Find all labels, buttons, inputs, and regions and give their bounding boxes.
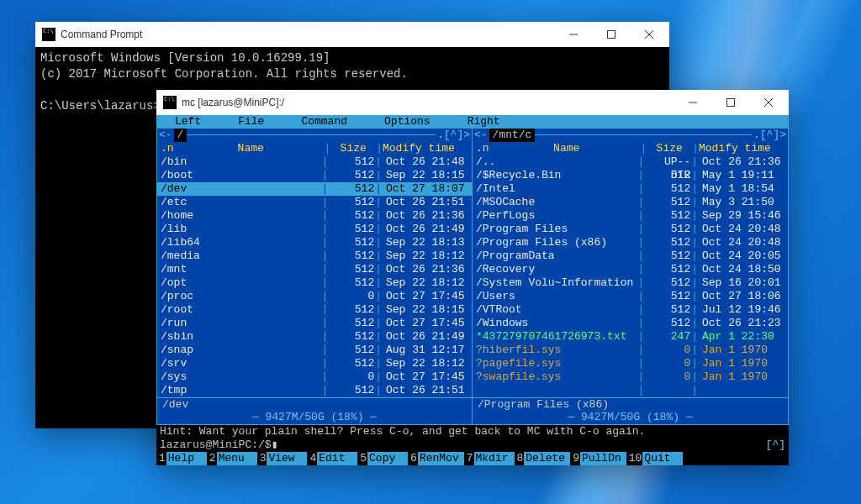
file-row[interactable]: /mnt|512|Oct 26 21:36 — [157, 263, 472, 276]
minimize-button[interactable] — [554, 22, 592, 47]
file-name: /System Volu~Information — [476, 276, 637, 290]
col-mtime[interactable]: Modify time — [383, 142, 468, 155]
file-mtime: Oct 26 21:36 — [699, 155, 784, 169]
mc-shell-prompt-line[interactable]: lazarus@MiniPC:/$ [^] — [156, 438, 789, 452]
mc-titlebar[interactable]: mc [lazarus@MiniPC]:/ — [156, 90, 789, 115]
file-row[interactable]: /etc|512|Oct 26 21:51 — [157, 196, 472, 209]
file-row[interactable]: /snap|512|Aug 31 12:17 — [157, 344, 472, 357]
col-n[interactable]: .n — [476, 142, 493, 155]
fkey-menu[interactable]: 2Menu — [207, 452, 257, 465]
file-row[interactable]: *437279707461726973.txt|247|Apr 1 22:30 — [473, 330, 788, 344]
right-hdr-right[interactable]: .[^]> — [752, 129, 788, 142]
file-name: /home — [161, 209, 320, 223]
file-row[interactable]: /Program Files (x86)|512|Oct 24 20:48 — [473, 236, 788, 249]
minimize-button[interactable] — [673, 90, 711, 115]
file-row[interactable]: /root|512|Sep 22 18:15 — [157, 303, 472, 317]
file-row[interactable]: /Windows|512|Oct 26 21:23 — [473, 317, 788, 330]
file-row[interactable]: /$Recycle.Bin|512|May 1 19:11 — [473, 169, 788, 182]
cmd-titlebar[interactable]: Command Prompt — [35, 22, 669, 47]
file-name: /Windows — [476, 317, 637, 330]
file-row[interactable]: ?swapfile.sys|0|Jan 1 1970 — [473, 370, 788, 384]
fkey-mkdir[interactable]: 7Mkdir — [464, 452, 515, 465]
right-path[interactable]: /mnt/c — [489, 129, 536, 142]
file-row[interactable]: /MSOCache|512|May 3 21:50 — [473, 196, 788, 209]
fkey-pulldn[interactable]: 9PullDn — [570, 452, 626, 465]
fkey-delete[interactable]: 8Delete — [515, 452, 571, 465]
fkey-help[interactable]: 1Help — [156, 452, 207, 465]
col-mtime[interactable]: Modify time — [699, 142, 784, 155]
col-size[interactable]: Size — [330, 142, 376, 155]
file-row[interactable]: /VTRoot|512|Jul 12 19:46 — [473, 303, 788, 317]
file-row[interactable]: /ProgramData|512|Oct 24 20:05 — [473, 249, 788, 263]
file-row[interactable]: /..|UP--DIR|Oct 26 21:36 — [473, 155, 788, 169]
file-row[interactable]: /sbin|512|Oct 26 21:49 — [157, 330, 472, 344]
maximize-button[interactable] — [592, 22, 630, 47]
fkey-num: 2 — [207, 452, 217, 465]
maximize-button[interactable] — [711, 90, 749, 115]
file-mtime: Oct 24 20:48 — [699, 223, 784, 236]
mc-hint: Hint: Want your plain shell? Press C-o, … — [156, 425, 789, 438]
file-size: 512 — [329, 344, 374, 357]
file-row[interactable]: /bin|512|Oct 26 21:48 — [157, 155, 472, 169]
file-name: /tmp — [161, 384, 320, 397]
file-name: /dev — [161, 182, 320, 196]
col-n[interactable]: .n — [161, 142, 177, 155]
left-path[interactable]: / — [174, 129, 188, 142]
file-row[interactable]: /Recovery|512|Oct 24 18:50 — [473, 263, 788, 276]
left-hdr-right[interactable]: .[^]> — [436, 129, 472, 142]
file-row[interactable]: /Users|512|Oct 27 18:06 — [473, 290, 788, 303]
terminal-icon — [42, 28, 55, 41]
mc-left-panel[interactable]: <- / .[^]>.nName|Size|Modify time/bin|51… — [156, 129, 473, 425]
file-row[interactable]: /System Volu~Information|512|Sep 16 20:0… — [473, 276, 788, 290]
file-row[interactable]: /opt|512|Sep 22 18:12 — [157, 276, 472, 290]
file-mtime: Oct 26 21:51 — [383, 384, 468, 397]
file-name: /Users — [476, 290, 637, 303]
menu-options[interactable]: Options — [366, 115, 449, 129]
file-size: 512 — [645, 263, 690, 276]
file-row[interactable]: /srv|512|Sep 22 18:12 — [157, 357, 472, 370]
fkey-num: 5 — [357, 452, 367, 465]
mc-terminal[interactable]: Left File Command Options Right <- / .[^… — [156, 115, 789, 465]
file-row[interactable]: /PerfLogs|512|Sep 29 15:46 — [473, 209, 788, 223]
file-row[interactable]: /run|512|Oct 27 17:45 — [157, 317, 472, 330]
menu-right[interactable]: Right — [449, 115, 519, 129]
close-button[interactable] — [749, 90, 787, 115]
file-name: /Recovery — [476, 263, 637, 276]
svg-rect-0 — [607, 31, 615, 39]
close-button[interactable] — [630, 22, 668, 47]
fkey-quit[interactable]: 10Quit — [626, 452, 684, 465]
file-row[interactable]: /Intel|512|May 1 18:54 — [473, 182, 788, 196]
file-row[interactable]: /home|512|Oct 26 21:36 — [157, 209, 472, 223]
fkey-view[interactable]: 3View — [257, 452, 308, 465]
menu-command[interactable]: Command — [283, 115, 366, 129]
file-row[interactable]: /sys|0|Oct 27 17:45 — [157, 370, 472, 384]
file-row[interactable]: ?hiberfil.sys|0|Jan 1 1970 — [473, 344, 788, 357]
fkey-label: RenMov — [418, 452, 464, 465]
file-row[interactable]: ?pagefile.sys|0|Jan 1 1970 — [473, 357, 788, 370]
right-hdr-left[interactable]: <- — [473, 129, 489, 142]
file-row[interactable]: /proc|0|Oct 27 17:45 — [157, 290, 472, 303]
menu-left[interactable]: Left — [156, 115, 219, 129]
left-hdr-left[interactable]: <- — [157, 129, 174, 142]
file-size: 0 — [645, 357, 690, 370]
file-mtime: Oct 26 21:49 — [383, 330, 468, 344]
file-mtime: May 1 19:11 — [699, 169, 784, 182]
file-row[interactable]: /tmp|512|Oct 26 21:51 — [157, 384, 472, 397]
file-row[interactable]: /lib|512|Oct 26 21:49 — [157, 223, 472, 236]
col-name[interactable]: Name — [177, 142, 324, 155]
fkey-label: Copy — [367, 452, 408, 465]
col-size[interactable]: Size — [647, 142, 692, 155]
file-row[interactable]: /dev|512|Oct 27 18:07 — [157, 182, 472, 196]
fkey-edit[interactable]: 4Edit — [307, 452, 357, 465]
mc-right-panel[interactable]: <- /mnt/c .[^]>.nName|Size|Modify time/.… — [473, 129, 789, 425]
file-row[interactable]: /boot|512|Sep 22 18:15 — [157, 169, 472, 182]
fkey-renmov[interactable]: 6RenMov — [408, 452, 464, 465]
col-name[interactable]: Name — [493, 142, 640, 155]
file-name: /Program Files (x86) — [476, 236, 637, 249]
file-row[interactable]: /Program Files|512|Oct 24 20:48 — [473, 223, 788, 236]
menu-file[interactable]: File — [219, 115, 283, 129]
right-disk-usage: ─ 9427M/50G (18%) ─ — [473, 411, 788, 424]
fkey-copy[interactable]: 5Copy — [357, 452, 408, 465]
file-row[interactable]: /media|512|Sep 22 18:12 — [157, 249, 472, 263]
file-row[interactable]: /lib64|512|Sep 22 18:13 — [157, 236, 472, 249]
